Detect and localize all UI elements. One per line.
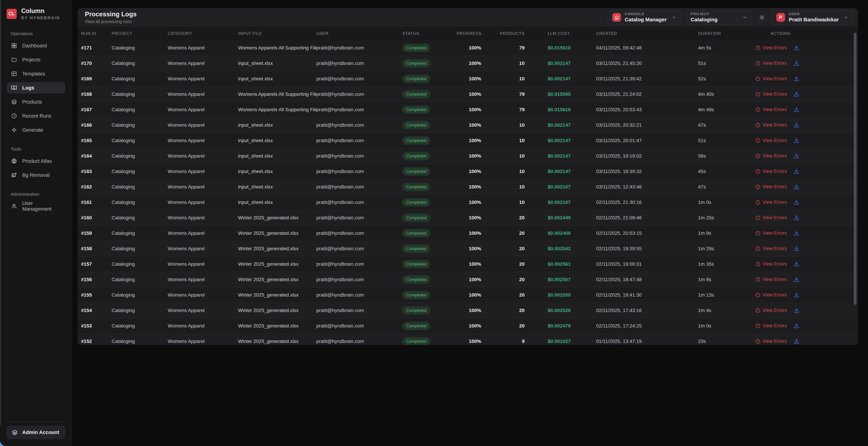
user-menu[interactable]: P USER Pratit Bandiwadekar <box>772 10 854 25</box>
view-errors-button[interactable]: View Errors <box>755 339 787 344</box>
download-button[interactable] <box>793 184 800 190</box>
cell-actions: View Errors <box>755 106 858 113</box>
sidebar-item-user-management[interactable]: User Management <box>7 200 65 212</box>
view-errors-button[interactable]: View Errors <box>755 91 787 97</box>
download-button[interactable] <box>793 153 800 159</box>
table-row: #161 Cataloging Womens Apparel input_she… <box>78 195 858 210</box>
cell-duration: 1m 0s <box>698 199 755 205</box>
sidebar-item-product-atlas[interactable]: Product Atlas <box>7 155 65 167</box>
sidebar-item-bg-removal[interactable]: Bg Removal <box>7 169 65 181</box>
download-button[interactable] <box>793 291 800 298</box>
nav-section-items: Product Atlas Bg Removal <box>7 155 65 181</box>
cell-user: pratit@hyndbrain.com <box>316 292 402 298</box>
cell-input-file: input_sheet.xlsx <box>238 122 316 128</box>
cell-llm-cost: $0.002449 <box>525 215 596 221</box>
table-row: #166 Cataloging Womens Apparel input_she… <box>78 118 858 133</box>
download-button[interactable] <box>793 106 800 113</box>
download-button[interactable] <box>793 60 800 67</box>
download-button[interactable] <box>793 91 800 98</box>
download-button[interactable] <box>793 199 800 205</box>
project-selector[interactable]: PROJECT Cataloging <box>686 10 752 25</box>
cell-progress: 100% <box>457 184 481 190</box>
view-errors-button[interactable]: View Errors <box>755 45 787 51</box>
console-selector[interactable]: CONSOLE Catalog Manager <box>608 10 681 25</box>
cell-project: Cataloging <box>112 277 168 282</box>
sidebar-item-logs[interactable]: Logs <box>7 82 65 94</box>
cell-llm-cost: $0.002561 <box>525 261 596 267</box>
download-button[interactable] <box>793 230 800 236</box>
view-errors-button[interactable]: View Errors <box>755 277 787 282</box>
download-button[interactable] <box>793 214 800 221</box>
cell-input-file: input_sheet.xlsx <box>238 61 316 66</box>
cell-user: pratit@hyndbrain.com <box>316 230 402 236</box>
view-errors-button[interactable]: View Errors <box>755 261 787 267</box>
view-errors-button[interactable]: View Errors <box>755 199 787 205</box>
download-button[interactable] <box>793 75 800 82</box>
download-button[interactable] <box>793 44 800 51</box>
cell-user: pratit@hyndbrain.com <box>316 76 402 82</box>
column-header: LLM COST <box>525 31 596 36</box>
table-row: #159 Cataloging Womens Apparel Winter 20… <box>78 226 858 241</box>
view-errors-button[interactable]: View Errors <box>755 323 787 328</box>
status-badge: Completed <box>402 121 430 129</box>
cell-actions: View Errors <box>755 199 858 205</box>
view-errors-button[interactable]: View Errors <box>755 292 787 298</box>
view-errors-button[interactable]: View Errors <box>755 107 787 112</box>
download-button[interactable] <box>793 261 800 267</box>
admin-account-button[interactable]: Admin Account <box>7 426 65 439</box>
sidebar-item-products[interactable]: Products <box>7 96 65 107</box>
download-button[interactable] <box>793 245 800 252</box>
cell-input-file: input_sheet.xlsx <box>238 153 316 159</box>
view-errors-label: View Errors <box>763 323 787 328</box>
nav-item-label: Logs <box>22 85 34 91</box>
sun-icon <box>759 14 765 20</box>
cell-duration: 47s <box>698 184 755 190</box>
nav-item-label: Projects <box>22 57 40 63</box>
cell-actions: View Errors <box>755 322 858 329</box>
view-errors-button[interactable]: View Errors <box>755 61 787 66</box>
view-errors-button[interactable]: View Errors <box>755 308 787 313</box>
cell-project: Cataloging <box>112 45 168 51</box>
download-button[interactable] <box>793 322 800 329</box>
cell-project: Cataloging <box>112 169 168 174</box>
view-errors-button[interactable]: View Errors <box>755 122 787 128</box>
sidebar-item-generate[interactable]: Generate <box>7 124 65 136</box>
cell-input-file: Womens Apparels All Supporting Files V..… <box>238 107 316 113</box>
sidebar-item-recent-runs[interactable]: Recent Runs <box>7 110 65 122</box>
cell-duration: 1m 4s <box>698 308 755 313</box>
view-errors-button[interactable]: View Errors <box>755 153 787 159</box>
view-errors-button[interactable]: View Errors <box>755 184 787 190</box>
view-errors-button[interactable]: View Errors <box>755 138 787 143</box>
alert-circle-icon <box>755 200 761 205</box>
sidebar-item-dashboard[interactable]: Dashboard <box>7 40 65 51</box>
view-errors-button[interactable]: View Errors <box>755 76 787 82</box>
status-badge: Completed <box>402 152 430 160</box>
download-button[interactable] <box>793 137 800 144</box>
nav-section: Operations Dashboard Projects Templates … <box>7 31 65 136</box>
view-errors-button[interactable]: View Errors <box>755 230 787 236</box>
alert-circle-icon <box>755 215 761 220</box>
table-scrollbar[interactable] <box>854 33 857 305</box>
cell-actions: View Errors <box>755 245 858 252</box>
download-button[interactable] <box>793 338 800 345</box>
sidebar-item-projects[interactable]: Projects <box>7 54 65 65</box>
theme-toggle-button[interactable] <box>757 12 767 22</box>
download-button[interactable] <box>793 307 800 314</box>
download-button[interactable] <box>793 168 800 175</box>
sidebar-item-templates[interactable]: Templates <box>7 68 65 79</box>
cell-project: Cataloging <box>112 323 168 329</box>
cell-products: 20 <box>481 292 525 298</box>
download-button[interactable] <box>793 122 800 128</box>
view-errors-button[interactable]: View Errors <box>755 215 787 220</box>
cell-run-id: #169 <box>81 76 112 82</box>
view-errors-button[interactable]: View Errors <box>755 246 787 251</box>
alert-circle-icon <box>755 308 761 313</box>
table-row: #169 Cataloging Womens Apparel input_she… <box>78 71 858 87</box>
cell-created: 02/11/2025, 21:09:46 <box>596 215 698 221</box>
cell-run-id: #158 <box>81 246 112 251</box>
cell-llm-cost: $0.015595 <box>525 91 596 97</box>
view-errors-label: View Errors <box>763 153 787 159</box>
cell-project: Cataloging <box>112 153 168 159</box>
download-button[interactable] <box>793 276 800 283</box>
view-errors-button[interactable]: View Errors <box>755 169 787 174</box>
